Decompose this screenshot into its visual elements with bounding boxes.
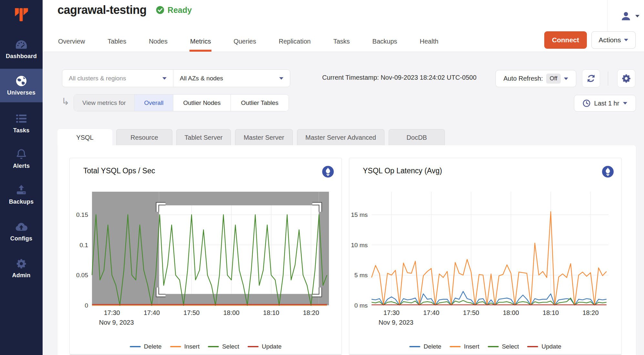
legend-item-insert[interactable]: Insert — [170, 343, 200, 350]
legend-label: Insert — [184, 343, 200, 350]
sidebar-item-label: Tasks — [13, 127, 30, 134]
settings-button[interactable] — [617, 69, 635, 87]
yugabyte-logo-mark — [14, 7, 29, 22]
auto-refresh-control[interactable]: Auto Refresh: Off — [496, 70, 576, 87]
actions-button[interactable]: Actions — [591, 31, 636, 49]
metrics-panel: Total YSQL Ops / Sec 00.050.10.1517:3017… — [57, 145, 636, 355]
backup-icon — [15, 184, 27, 196]
tab-health[interactable]: Health — [419, 38, 439, 52]
sidebar-item-label: Alerts — [13, 163, 30, 169]
legend-label: Update — [262, 343, 281, 350]
svg-text:17:50: 17:50 — [463, 309, 479, 316]
svg-text:10 ms: 10 ms — [351, 242, 368, 249]
legend-item-update[interactable]: Update — [527, 343, 561, 350]
gear-icon — [621, 74, 631, 83]
return-arrow-icon: ↳ — [61, 96, 69, 107]
svg-text:15 ms: 15 ms — [351, 211, 368, 218]
legend-item-select[interactable]: Select — [208, 343, 239, 350]
tab-tables[interactable]: Tables — [107, 38, 127, 52]
gear-icon — [16, 258, 27, 269]
view-metrics-segmented-control: View metrics for Overall Outlier Nodes O… — [74, 94, 289, 111]
yugabyte-logo-icon[interactable] — [0, 3, 43, 26]
refresh-button[interactable] — [582, 69, 600, 87]
legend-swatch — [450, 346, 461, 347]
svg-text:0.1: 0.1 — [80, 242, 88, 249]
tab-replication[interactable]: Replication — [278, 38, 311, 52]
bell-icon — [16, 148, 27, 160]
svg-text:17:30: 17:30 — [383, 309, 400, 316]
legend-label: Update — [541, 343, 561, 350]
legend-item-insert[interactable]: Insert — [450, 343, 479, 350]
metric-tab-tablet-server[interactable]: Tablet Server — [176, 129, 231, 146]
sidebar-item-backups[interactable]: Backups — [0, 178, 43, 211]
legend-item-delete[interactable]: Delete — [409, 343, 441, 350]
refresh-icon — [586, 74, 596, 83]
legend-label: Delete — [144, 343, 162, 350]
chart-legend: Delete Insert Select Update — [349, 343, 621, 350]
chart-legend: Delete Insert Select Update — [70, 343, 342, 350]
view-metrics-outlier-nodes[interactable]: Outlier Nodes — [173, 95, 230, 111]
chevron-down-icon — [564, 77, 568, 80]
sidebar-item-admin[interactable]: Admin — [0, 251, 43, 285]
tab-overview[interactable]: Overview — [57, 38, 86, 52]
legend-label: Delete — [424, 343, 441, 350]
sidebar-item-alerts[interactable]: Alerts — [0, 142, 43, 176]
legend-swatch — [488, 346, 499, 347]
status-badge: Ready — [156, 5, 192, 15]
metric-tab-resource[interactable]: Resource — [116, 129, 172, 146]
user-menu[interactable] — [607, 0, 639, 32]
sidebar: Dashboard Universes Tasks Alerts Backups — [0, 0, 43, 355]
prometheus-link-icon[interactable] — [322, 166, 334, 178]
main-area: cagrawal-testing Ready Overview Tables N… — [43, 0, 644, 355]
azs-nodes-dropdown[interactable]: All AZs & nodes — [173, 69, 290, 87]
svg-text:17:30: 17:30 — [104, 309, 120, 316]
legend-item-update[interactable]: Update — [248, 343, 281, 350]
sidebar-item-label: Backups — [9, 198, 34, 205]
metrics-content: All clusters & regions All AZs & nodes C… — [43, 52, 644, 355]
svg-text:17:40: 17:40 — [144, 309, 160, 316]
cloud-upload-icon — [15, 221, 28, 233]
sidebar-item-label: Universes — [7, 89, 36, 96]
chevron-down-icon — [162, 77, 167, 80]
sidebar-item-dashboard[interactable]: Dashboard — [0, 32, 43, 66]
sidebar-item-label: Admin — [12, 272, 31, 279]
metric-tab-docdb[interactable]: DocDB — [389, 129, 445, 146]
auto-refresh-value: Off — [546, 74, 561, 84]
metric-tab-master-server[interactable]: Master Server — [235, 129, 293, 146]
tab-tasks[interactable]: Tasks — [332, 38, 350, 52]
view-metrics-outlier-tables[interactable]: Outlier Tables — [230, 95, 289, 111]
svg-text:0 ms: 0 ms — [354, 302, 368, 309]
legend-swatch — [527, 346, 538, 347]
legend-item-select[interactable]: Select — [488, 343, 519, 350]
legend-swatch — [208, 346, 219, 347]
universe-tab-nav: Overview Tables Nodes Metrics Queries Re… — [57, 38, 439, 52]
chart-plot-ysql-op-latency[interactable]: 0 ms5 ms10 ms15 ms17:3017:4017:5018:0018… — [349, 187, 622, 327]
connect-button[interactable]: Connect — [544, 31, 587, 49]
chart-card-total-ysql-ops: Total YSQL Ops / Sec 00.050.10.1517:3017… — [69, 158, 342, 354]
svg-text:17:40: 17:40 — [423, 309, 439, 316]
sidebar-item-tasks[interactable]: Tasks — [0, 107, 43, 140]
sidebar-item-universes[interactable]: Universes — [0, 69, 43, 102]
tab-queries[interactable]: Queries — [233, 38, 257, 52]
clusters-regions-dropdown[interactable]: All clusters & regions — [62, 69, 173, 87]
metric-tab-master-server-advanced[interactable]: Master Server Advanced — [297, 129, 384, 146]
gauge-icon — [15, 39, 27, 50]
tab-metrics[interactable]: Metrics — [189, 38, 211, 52]
tab-backups[interactable]: Backups — [372, 38, 398, 52]
chart-plot-total-ysql-ops[interactable]: 00.050.10.1517:3017:4017:5018:0018:1018:… — [70, 187, 342, 327]
legend-item-delete[interactable]: Delete — [130, 343, 162, 350]
clusters-regions-value: All clusters & regions — [69, 75, 126, 82]
chevron-down-icon — [624, 39, 628, 41]
chart-card-ysql-op-latency: YSQL Op Latency (Avg) 0 ms5 ms10 ms15 ms… — [349, 158, 622, 354]
app-window: Dashboard Universes Tasks Alerts Backups — [0, 0, 644, 355]
sidebar-item-configs[interactable]: Configs — [0, 215, 43, 248]
time-range-dropdown[interactable]: Last 1 hr — [574, 95, 636, 112]
chart-title: YSQL Op Latency (Avg) — [363, 167, 442, 175]
legend-label: Insert — [464, 343, 479, 350]
prometheus-link-icon[interactable] — [602, 166, 614, 178]
legend-swatch — [248, 346, 259, 347]
tab-nodes[interactable]: Nodes — [148, 38, 168, 52]
metric-tab-ysql[interactable]: YSQL — [57, 129, 112, 146]
svg-text:18:20: 18:20 — [582, 309, 598, 316]
view-metrics-overall[interactable]: Overall — [134, 95, 173, 111]
